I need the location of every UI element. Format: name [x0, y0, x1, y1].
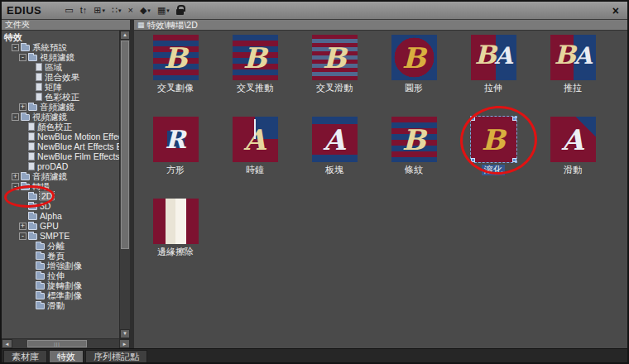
effect-thumb-block[interactable]: A — [312, 117, 358, 162]
tree-item-matrix[interactable]: 矩陣 — [2, 82, 119, 92]
folder-icon — [36, 293, 45, 299]
folder-icon — [28, 194, 37, 200]
tree-item-alpha[interactable]: Alpha — [2, 211, 119, 221]
effect-thumb-dissolve[interactable]: B — [471, 117, 516, 162]
effect-thumb-clock[interactable]: A — [233, 117, 278, 162]
tab-asset-bin[interactable]: 素材庫 — [3, 350, 47, 362]
tree-item-smpte[interactable]: -SMPTE — [2, 231, 119, 241]
dots-menu-icon[interactable]: ∷▾ — [112, 6, 122, 15]
scroll-left-button[interactable]: ◄ — [2, 339, 12, 348]
tree-item-transitions[interactable]: -轉場 — [2, 181, 119, 191]
scroll-up-button[interactable]: ▲ — [120, 31, 130, 40]
tree-item-page-peel[interactable]: 卷頁 — [2, 251, 119, 261]
tree-item-newblue-motion[interactable]: NewBlue Motion Effects EDI — [2, 132, 119, 141]
tree-item-standard-wipe[interactable]: 標準劃像 — [2, 290, 119, 300]
tree-item-system-presets[interactable]: -系統預設 — [2, 42, 119, 52]
monitor-icon[interactable]: ▭ — [65, 6, 73, 15]
vscroll-thumb[interactable] — [121, 41, 129, 249]
indent-spacer — [19, 136, 28, 137]
tree-item-rotate-wipe[interactable]: 旋轉劃像 — [2, 280, 119, 290]
folder-icon — [21, 174, 30, 180]
scroll-down-button[interactable]: ▼ — [120, 329, 130, 338]
tree-item-color-correction[interactable]: 色彩校正 — [2, 92, 119, 102]
tree-item-enhanced-wipe[interactable]: 增強劃像 — [2, 261, 119, 271]
effects-icon[interactable]: ◆▾ — [140, 6, 151, 15]
selection-handle — [512, 117, 516, 121]
effect-letter: B — [323, 44, 347, 72]
tree-item-effects-root[interactable]: 特效 — [2, 32, 119, 42]
effect-cell-dissolve: B溶化 — [454, 117, 533, 175]
expander-icon[interactable]: - — [12, 183, 19, 190]
folder-add-icon-glyph: ⊞ — [94, 6, 101, 15]
tree-item-audio-filters-2[interactable]: +音頻濾鏡 — [2, 171, 119, 181]
close-button[interactable]: × — [609, 4, 622, 17]
effect-label: 推拉 — [561, 83, 584, 93]
effect-letter: A — [495, 45, 513, 68]
title-up-icon[interactable]: t↑ — [80, 6, 88, 15]
effect-thumb-cross-slide[interactable]: B — [312, 35, 358, 80]
tree-horizontal-scrollbar[interactable]: ◄ ||| ► — [2, 338, 130, 348]
effect-cell-block: A板塊 — [295, 117, 374, 175]
tree-item-label: 卷頁 — [47, 251, 65, 261]
expander-icon[interactable]: + — [19, 103, 26, 111]
hscroll-track[interactable]: ||| — [12, 339, 119, 348]
caret-down-icon: ▾ — [147, 6, 151, 15]
tree-item-color-correction-2[interactable]: 顏色校正 — [2, 122, 119, 132]
tab-sequence-marks[interactable]: 序列標記點 — [85, 350, 147, 362]
tree-item-prodad[interactable]: proDAD — [2, 161, 119, 171]
effect-thumb-box[interactable]: R — [153, 117, 199, 162]
tree-item-label: 分離 — [47, 241, 65, 251]
folder-icon — [28, 223, 37, 230]
folder-panel-title: 文件夾 — [5, 20, 30, 30]
effect-letter: A — [324, 126, 345, 154]
tree-item-audio-filters[interactable]: +音頻濾鏡 — [2, 102, 119, 112]
filmstrip-icon[interactable]: ▦▾ — [157, 6, 170, 15]
effect-thumb-edge-wipe[interactable] — [153, 199, 199, 244]
tree-item-video-filters[interactable]: -視頻濾鏡 — [2, 52, 119, 62]
hscroll-thumb[interactable]: ||| — [27, 340, 87, 347]
tree-item-3d[interactable]: 3D — [2, 201, 119, 211]
down-arrow-icon: ▼ — [122, 331, 127, 336]
effect-thumb-stripe[interactable]: B — [391, 117, 437, 162]
lock-icon[interactable] — [176, 6, 184, 15]
expander-icon[interactable]: - — [12, 44, 19, 51]
tree-item-newblue-art[interactable]: NewBlue Art Effects EDIUS S — [2, 141, 119, 151]
tree-item-label: 標準劃像 — [47, 290, 82, 300]
tree-item-slide[interactable]: 滑動 — [2, 300, 119, 310]
effect-thumb-slide[interactable]: A — [550, 117, 596, 162]
vscroll-track[interactable] — [120, 40, 130, 329]
effect-label: 板塊 — [323, 165, 346, 175]
folder-icon — [28, 55, 37, 61]
expander-icon[interactable]: - — [12, 113, 19, 121]
effect-cell-box: R方形 — [136, 117, 215, 175]
effect-thumb-cross-wipe[interactable]: B — [153, 35, 199, 80]
expander-icon[interactable]: - — [19, 54, 26, 61]
tree-item-split[interactable]: 分離 — [2, 241, 119, 251]
caret-down-icon: ▾ — [166, 6, 170, 15]
effect-thumb-cross-push[interactable]: B — [233, 35, 278, 80]
effect-thumb-push[interactable]: BA — [550, 35, 596, 80]
tab-effects[interactable]: 特效 — [49, 350, 84, 362]
effect-thumb-circle[interactable]: B — [391, 35, 437, 80]
folder-add-icon[interactable]: ⊞▾ — [94, 6, 105, 15]
expander-icon[interactable]: - — [19, 232, 26, 240]
effect-cell-stripe: B條紋 — [374, 117, 454, 175]
expander-icon[interactable]: + — [12, 173, 19, 180]
tree-item-newblue-film[interactable]: NewBlue Film Effects EDIUS — [2, 151, 119, 161]
tree-item-stretch[interactable]: 拉伸 — [2, 271, 119, 280]
effect-thumb-stretch[interactable]: BA — [471, 35, 516, 80]
scroll-right-button[interactable]: ► — [119, 339, 130, 348]
tree-item-label: proDAD — [37, 161, 68, 171]
tree-item-region[interactable]: 區域 — [2, 62, 119, 72]
tree-item-blend-effects[interactable]: 混合效果 — [2, 72, 119, 82]
effect-cell-slide: A滑動 — [533, 117, 612, 175]
tree-item-video-filters-2[interactable]: -視頻濾鏡 — [2, 112, 119, 122]
tree-item-gpu[interactable]: +GPU — [2, 221, 119, 231]
effect-letter: A — [574, 45, 593, 68]
delete-icon[interactable]: × — [127, 6, 132, 15]
tree-item-2d[interactable]: 2D — [2, 191, 119, 201]
folder-icon — [36, 243, 45, 250]
tree-vertical-scrollbar[interactable]: ▲ ▼ — [119, 31, 130, 338]
indent-spacer — [19, 206, 28, 207]
expander-icon[interactable]: + — [19, 223, 26, 230]
